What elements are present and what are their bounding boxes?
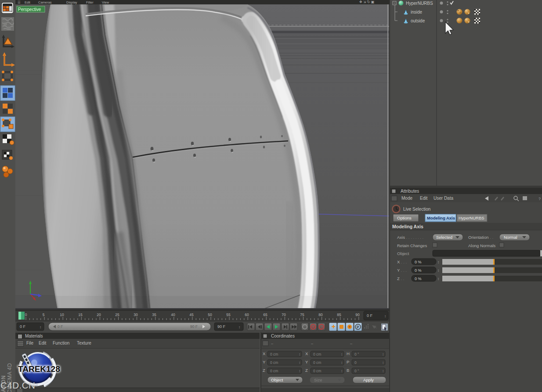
svg-text:↕: ↕ — [299, 352, 300, 356]
svg-text:?: ? — [321, 325, 323, 329]
svg-text:0: 0 — [25, 313, 27, 317]
svg-text:↕: ↕ — [299, 369, 300, 373]
svg-text:60: 60 — [245, 313, 249, 317]
svg-text:70: 70 — [282, 313, 286, 317]
svg-text:↕: ↕ — [437, 277, 440, 281]
svg-text:30: 30 — [134, 313, 138, 317]
svg-text:5: 5 — [43, 313, 45, 317]
svg-text:0 cm: 0 cm — [313, 352, 321, 356]
svg-text:0 %: 0 % — [415, 268, 422, 273]
svg-text:Y: Y — [263, 360, 266, 364]
svg-text:0 %: 0 % — [415, 277, 422, 281]
svg-text:Y . . .: Y . . . — [397, 268, 407, 273]
svg-text:Object: Object — [397, 251, 409, 256]
svg-text:TAREK128: TAREK128 — [18, 364, 60, 374]
svg-text:User Data: User Data — [434, 196, 453, 201]
svg-text:0 °: 0 ° — [354, 352, 359, 356]
svg-text:50: 50 — [208, 313, 212, 317]
svg-text:Axis . . . . . . . .: Axis . . . . . . . . — [397, 235, 423, 240]
svg-text:↕: ↕ — [238, 325, 240, 329]
svg-text:P: P — [357, 325, 359, 329]
svg-text:45: 45 — [189, 313, 194, 317]
svg-text:P: P — [347, 360, 349, 364]
svg-text:Z: Z — [263, 368, 265, 373]
svg-text:HyperNURBS: HyperNURBS — [406, 1, 433, 6]
svg-text:35: 35 — [152, 313, 156, 317]
svg-text:↕: ↕ — [341, 352, 343, 356]
svg-text:HyperNURBS: HyperNURBS — [459, 216, 484, 220]
svg-text:Edit: Edit — [420, 196, 427, 201]
svg-text:?: ? — [538, 197, 541, 201]
svg-text:0 cm: 0 cm — [270, 360, 278, 365]
svg-text:85: 85 — [337, 313, 341, 317]
svg-text:Selected: Selected — [436, 235, 452, 240]
svg-text:H: H — [347, 351, 350, 356]
svg-text:B: B — [347, 368, 349, 373]
svg-text:X: X — [263, 351, 266, 356]
svg-text:0 cm: 0 cm — [270, 369, 278, 373]
svg-text:0 F: 0 F — [20, 324, 26, 329]
svg-text:Coordinates: Coordinates — [271, 334, 295, 338]
svg-text:Z: Z — [305, 368, 308, 373]
svg-text:0 F: 0 F — [58, 324, 63, 329]
svg-text:0 cm: 0 cm — [313, 360, 321, 365]
svg-text:55: 55 — [226, 313, 231, 317]
svg-text:0 %: 0 % — [415, 260, 422, 264]
svg-text:inside: inside — [411, 10, 423, 14]
svg-text:Mode: Mode — [401, 196, 412, 201]
svg-text:–: – — [311, 342, 313, 346]
svg-text:↕: ↕ — [382, 352, 384, 356]
svg-text:Live Selection: Live Selection — [403, 207, 430, 212]
svg-text:10: 10 — [60, 313, 64, 317]
svg-text:Retain Changes: Retain Changes — [397, 243, 427, 248]
svg-text:80: 80 — [318, 313, 323, 317]
svg-text:Normal: Normal — [504, 235, 517, 240]
svg-text:Along Normals: Along Normals — [468, 243, 496, 248]
svg-text:20: 20 — [97, 313, 101, 317]
svg-text:Perspective: Perspective — [18, 7, 41, 12]
svg-text:15: 15 — [78, 313, 83, 317]
svg-text:Modeling Axis: Modeling Axis — [427, 216, 455, 220]
svg-text:X . . .: X . . . — [397, 259, 407, 264]
svg-text:Z . .: Z . . — [397, 276, 404, 281]
svg-text:25: 25 — [115, 313, 119, 317]
svg-text:↕: ↕ — [384, 314, 386, 318]
svg-text:90 F: 90 F — [190, 324, 198, 329]
svg-text:0 °: 0 ° — [354, 369, 359, 373]
svg-text:Options: Options — [397, 216, 412, 220]
svg-text:Y: Y — [305, 360, 308, 364]
svg-text:65: 65 — [263, 313, 267, 317]
svg-text:0: 0 — [354, 360, 357, 365]
svg-text:0 cm: 0 cm — [270, 352, 278, 356]
svg-text:0 F: 0 F — [367, 313, 373, 318]
svg-text:–: – — [271, 342, 273, 346]
svg-text:90 F: 90 F — [217, 324, 226, 329]
svg-text:0 cm: 0 cm — [313, 369, 321, 373]
svg-text:↕: ↕ — [341, 369, 343, 373]
svg-text:Size: Size — [314, 378, 322, 382]
svg-text:–: – — [350, 342, 352, 346]
svg-text:↕: ↕ — [437, 260, 440, 264]
svg-text:↕: ↕ — [437, 268, 440, 273]
svg-text:90: 90 — [355, 313, 360, 317]
svg-text:↕: ↕ — [382, 360, 384, 365]
svg-text:Modeling Axis: Modeling Axis — [392, 224, 423, 229]
svg-text:40: 40 — [171, 313, 175, 317]
svg-text:Apply: Apply — [363, 378, 374, 382]
svg-text:↕: ↕ — [341, 360, 343, 365]
svg-text:Object: Object — [271, 378, 283, 382]
svg-text:Orientation . .: Orientation . . — [468, 235, 493, 240]
svg-text:↕: ↕ — [40, 325, 41, 329]
svg-text:↕: ↕ — [299, 360, 300, 365]
svg-text:75: 75 — [300, 313, 304, 317]
svg-text:Attributes: Attributes — [401, 189, 419, 194]
svg-text:outside: outside — [411, 18, 425, 23]
svg-text:X: X — [305, 351, 308, 356]
svg-text:↕: ↕ — [382, 369, 384, 373]
